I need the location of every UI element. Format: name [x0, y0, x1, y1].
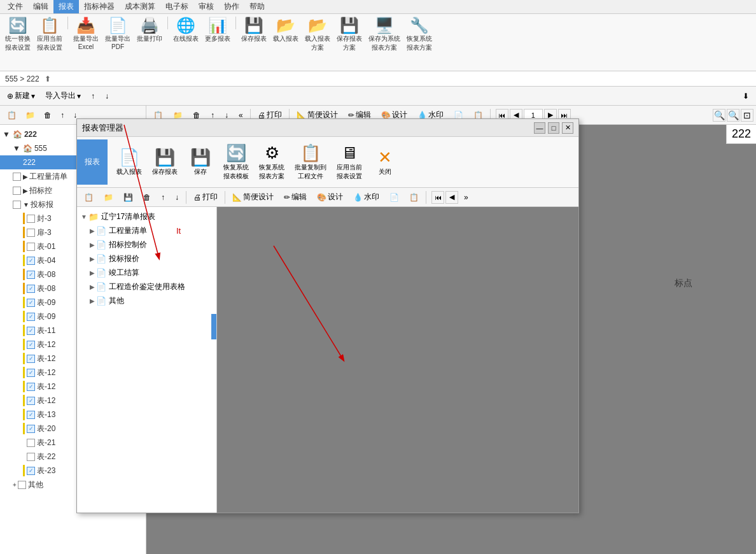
modal-print[interactable]: 🖨 打印 [189, 190, 222, 204]
lp-btn-3[interactable]: 🗑 [39, 109, 56, 122]
modal-tb-3[interactable]: 💾 [119, 191, 137, 204]
modal-more[interactable]: » [459, 191, 473, 204]
modal-edit[interactable]: ✏ 编辑 [279, 190, 311, 204]
ribbon-online-report[interactable]: 🌐 在线报表 [171, 17, 201, 71]
sub-checkbox-1[interactable] [27, 229, 35, 237]
menu-etender[interactable]: 电子标 [160, 0, 193, 13]
zoom-out[interactable]: 🔍 [727, 109, 739, 122]
zoom-in[interactable]: 🔍 [713, 109, 725, 122]
modal-design-label: 设计 [328, 192, 343, 202]
ribbon-apply-current[interactable]: 📋 应用当前报表设置 [34, 17, 65, 71]
modal-watermark[interactable]: 💧 水印 [349, 190, 384, 204]
sub-checkbox-13[interactable]: ✓ [27, 397, 35, 405]
modal-tree-item-4[interactable]: ▶ 📄 工程造价鉴定使用表格 [77, 280, 216, 294]
modal-tb-1[interactable]: 📋 [80, 191, 98, 204]
menu-help[interactable]: 帮助 [244, 0, 270, 13]
sub-checkbox-9[interactable]: ✓ [27, 341, 35, 349]
sub-checkbox-17[interactable] [27, 453, 35, 461]
breadcrumb-up[interactable]: ⬆ [45, 75, 51, 83]
menu-cost[interactable]: 成本测算 [120, 0, 160, 13]
sub-checkbox-16[interactable] [27, 439, 35, 447]
download-button[interactable]: ⬇ [738, 90, 753, 103]
menu-edit[interactable]: 编辑 [28, 0, 53, 13]
modal-page-first[interactable]: ⏮ [431, 191, 444, 204]
modal-simple-design[interactable]: 📐 简便设计 [228, 190, 278, 204]
sub-checkbox-5[interactable]: ✓ [27, 285, 35, 293]
ribbon-load-report2[interactable]: 📂 载入报表方案 [302, 17, 333, 71]
modal-tb-4[interactable]: 🗑 [139, 191, 155, 204]
batch-print-label: 批量打印 [137, 34, 162, 43]
modal-btn-restore-template[interactable]: 🔄 恢复系统报表模板 [220, 141, 253, 183]
ribbon-restore-system[interactable]: 🔧 恢复系统报表方案 [404, 17, 435, 71]
menu-collab[interactable]: 协作 [219, 0, 244, 13]
sub-checkbox-11[interactable]: ✓ [27, 369, 35, 377]
sub-checkbox-15[interactable]: ✓ [27, 425, 35, 433]
modal-tree-item-0[interactable]: ▶ 📄 工程量清单 [77, 224, 216, 238]
modal-design[interactable]: 🎨 设计 [312, 190, 347, 204]
modal-view2[interactable]: 📋 [405, 191, 423, 204]
modal-ribbon-tab[interactable]: 报表 [77, 139, 108, 185]
sub-checkbox-4[interactable]: ✓ [27, 271, 35, 279]
ribbon-save-report[interactable]: 💾 保存报表 [239, 17, 269, 71]
lp-btn-2[interactable]: 📁 [21, 109, 39, 122]
modal-view1[interactable]: 📄 [385, 191, 403, 204]
modal-btn-load[interactable]: 📄 载入报表 [113, 145, 146, 179]
ribbon-save-system[interactable]: 🖥️ 保存为系统报表方案 [366, 17, 403, 71]
sub-checkbox-8[interactable]: ✓ [27, 327, 35, 335]
ribbon-load-report[interactable]: 📂 载入报表 [270, 17, 301, 71]
ribbon-batch-pdf[interactable]: 📄 批量导出PDF [102, 17, 133, 71]
sub-checkbox-0[interactable] [27, 215, 35, 223]
item-222-label: 222 [23, 158, 36, 167]
new-button[interactable]: ⊕ 新建 ▾ [3, 89, 39, 103]
ribbon-more-report[interactable]: 📊 更多报表 [202, 17, 233, 71]
down-button[interactable]: ↓ [101, 90, 113, 103]
modal-btn-apply[interactable]: 🖥 应用当前报表设置 [333, 141, 366, 183]
down-arrow-icon: ↓ [105, 92, 109, 101]
zoom-fit[interactable]: ⊡ [741, 109, 753, 122]
modal-tree-item-3[interactable]: ▶ 📄 竣工结算 [77, 266, 216, 280]
lp-btn-1[interactable]: 📋 [3, 109, 21, 122]
lp-btn-up[interactable]: ↑ [56, 109, 69, 122]
import-export-button[interactable]: 导入导出 ▾ [41, 89, 85, 103]
other-checkbox[interactable] [18, 481, 26, 489]
modal-tb-up[interactable]: ↑ [157, 191, 169, 204]
modal-btn-batch-copy[interactable]: 📋 批量复制到工程文件 [291, 141, 330, 183]
save-report-icon: 💾 [244, 18, 263, 33]
modal-tb-down[interactable]: ↓ [171, 191, 183, 204]
modal-minimize[interactable]: — [534, 122, 545, 134]
up-button[interactable]: ↑ [87, 90, 99, 103]
sub-checkbox-7[interactable]: ✓ [27, 313, 35, 321]
menu-file[interactable]: 文件 [3, 0, 28, 13]
modal-btn-save[interactable]: 💾 保存报表 [148, 145, 181, 179]
modal-btn-close[interactable]: ✕ 关闭 [368, 145, 402, 179]
menu-report[interactable]: 报表 [53, 0, 79, 13]
modal-tree-item-5[interactable]: ▶ 📄 其他 [77, 294, 216, 308]
menu-review[interactable]: 审核 [193, 0, 219, 13]
modal-close[interactable]: ✕ [562, 122, 573, 134]
sub-checkbox-18[interactable]: ✓ [27, 467, 35, 475]
ribbon-batch-excel[interactable]: 📥 批量导出Excel [71, 17, 101, 71]
modal-tree-item-1[interactable]: ▶ 📄 招标控制价 [77, 238, 216, 252]
sub-checkbox-6[interactable]: ✓ [27, 299, 35, 307]
checkbox-2[interactable] [13, 201, 21, 209]
ribbon-batch-print[interactable]: 🖨️ 批量打印 [134, 17, 165, 71]
modal-btn-restore-solution[interactable]: ⚙ 恢复系统报表方案 [255, 141, 288, 183]
modal-restore[interactable]: □ [548, 122, 559, 134]
modal-tree-root[interactable]: ▼ 📁 辽宁17清单报表 [77, 210, 216, 224]
modal-btn-save2[interactable]: 💾 保存 [184, 145, 217, 179]
modal-page-prev[interactable]: ◀ [445, 191, 458, 204]
ribbon-unify-replace[interactable]: 🔄 统一替换报表设置 [3, 17, 33, 71]
ribbon-divider-3 [235, 17, 236, 29]
sub-checkbox-2[interactable] [27, 243, 35, 251]
sub-checkbox-10[interactable]: ✓ [27, 355, 35, 363]
sub-checkbox-3[interactable]: ✓ [27, 257, 35, 265]
ribbon-save-report2[interactable]: 💾 保存报表方案 [334, 17, 365, 71]
modal-close-icon: ✕ [378, 148, 392, 167]
checkbox-0[interactable] [13, 173, 21, 181]
sub-checkbox-12[interactable]: ✓ [27, 383, 35, 391]
checkbox-1[interactable] [13, 187, 21, 195]
modal-tree-item-2[interactable]: ▶ 📄 投标报价 [77, 252, 216, 266]
sub-checkbox-14[interactable]: ✓ [27, 411, 35, 419]
modal-tb-2[interactable]: 📁 [99, 191, 118, 204]
menu-indicator[interactable]: 指标神器 [79, 0, 120, 13]
